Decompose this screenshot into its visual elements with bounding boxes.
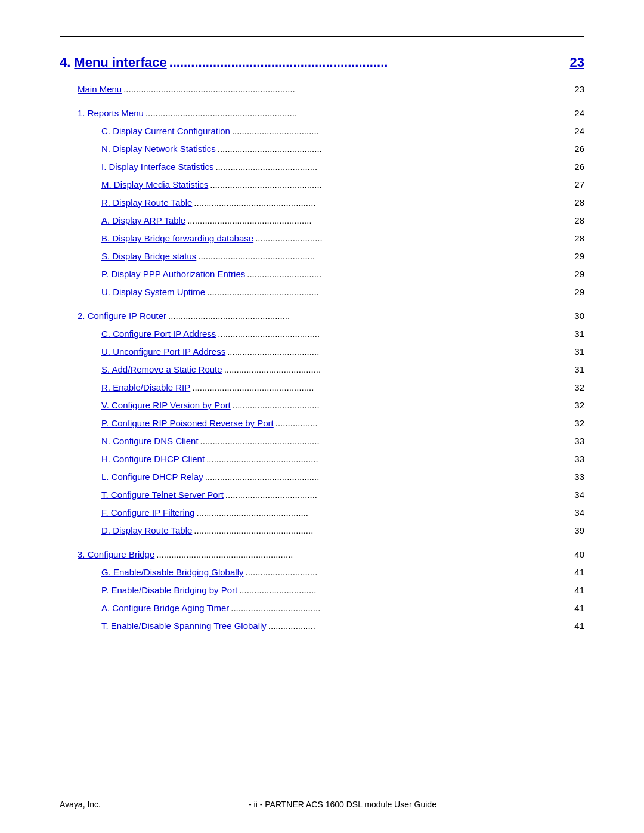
toc-entry: L. Configure DHCP Relay.................… (101, 470, 584, 484)
toc-dots: ........................................… (196, 506, 572, 520)
toc-link-18[interactable]: P. Configure RIP Poisoned Reverse by Por… (101, 416, 274, 431)
toc-page: 28 (574, 213, 584, 228)
toc-link-11[interactable]: U. Display System Uptime (101, 285, 205, 299)
toc-link-25[interactable]: 3. Configure Bridge (78, 547, 154, 562)
chapter-heading: 4. Menu interface ......................… (60, 55, 584, 70)
toc-link-2[interactable]: C. Display Current Configuration (101, 124, 230, 138)
toc-page: 40 (574, 547, 584, 562)
toc-link-12[interactable]: 2. Configure IP Router (78, 309, 166, 323)
toc-dots: ........................................… (200, 434, 573, 448)
toc-page: 41 (574, 565, 584, 580)
toc-link-8[interactable]: B. Display Bridge forwarding database (101, 231, 253, 246)
toc-page: 26 (574, 142, 584, 156)
toc-entry: T. Enable/Disable Spanning Tree Globally… (101, 619, 584, 633)
toc-dots: ........................................… (218, 142, 573, 156)
toc-link-3[interactable]: N. Display Network Statistics (101, 142, 216, 156)
toc-link-27[interactable]: P. Enable/Disable Bridging by Port (101, 583, 237, 597)
toc-entry: A. Configure Bridge Aging Timer.........… (101, 601, 584, 615)
toc-page: 28 (574, 231, 584, 246)
toc-dots: .............................. (247, 267, 572, 281)
toc-link-4[interactable]: I. Display Interface Statistics (101, 160, 213, 174)
toc-link-17[interactable]: V. Configure RIP Version by Port (101, 398, 231, 413)
toc-page: 29 (574, 267, 584, 281)
toc-dots: ................... (268, 619, 572, 633)
toc-entry: N. Display Network Statistics...........… (101, 142, 584, 156)
toc-container: Main Menu...............................… (78, 82, 584, 633)
toc-link-9[interactable]: S. Display Bridge status (101, 249, 196, 264)
toc-dots: ................................... (232, 124, 572, 138)
toc-entry: H. Configure DHCP Client................… (101, 452, 584, 466)
toc-page: 29 (574, 249, 584, 264)
toc-entry: S. Display Bridge status................… (101, 249, 584, 264)
toc-page: 31 (574, 363, 584, 377)
toc-page: 26 (574, 160, 584, 174)
toc-entry: R. Display Route Table..................… (101, 196, 584, 210)
toc-dots: ....................................... (224, 363, 573, 377)
toc-link-15[interactable]: S. Add/Remove a Static Route (101, 363, 222, 377)
toc-page: 24 (574, 106, 584, 120)
toc-dots: ........................................… (207, 285, 572, 299)
toc-link-7[interactable]: A. Display ARP Table (101, 213, 185, 228)
toc-dots: ........................................… (215, 160, 572, 174)
toc-dots: ..................................... (225, 488, 572, 502)
toc-link-21[interactable]: L. Configure DHCP Relay (101, 470, 203, 484)
toc-dots: .................................... (231, 601, 572, 615)
toc-entry: P. Display PPP Authorization Entries....… (101, 267, 584, 281)
toc-entry: 2. Configure IP Router..................… (78, 309, 584, 323)
toc-link-22[interactable]: T. Configure Telnet Server Port (101, 488, 224, 502)
toc-entry: D. Display Route Table..................… (101, 524, 584, 538)
toc-link-0[interactable]: Main Menu (78, 82, 122, 97)
toc-link-10[interactable]: P. Display PPP Authorization Entries (101, 267, 245, 281)
toc-entry: U. Display System Uptime................… (101, 285, 584, 299)
toc-link-14[interactable]: U. Unconfigure Port IP Address (101, 345, 225, 359)
toc-page: 33 (574, 452, 584, 466)
toc-page: 34 (574, 488, 584, 502)
toc-link-5[interactable]: M. Display Media Statistics (101, 178, 208, 192)
toc-dots: ................................... (233, 398, 573, 413)
toc-entry: P. Configure RIP Poisoned Reverse by Por… (101, 416, 584, 431)
toc-dots: ........................................… (210, 178, 572, 192)
toc-page: 33 (574, 434, 584, 448)
toc-link-13[interactable]: C. Configure Port IP Address (101, 327, 216, 341)
toc-entry: R. Enable/Disable RIP...................… (101, 380, 584, 395)
toc-entry: I. Display Interface Statistics.........… (101, 160, 584, 174)
toc-link-1[interactable]: 1. Reports Menu (78, 106, 144, 120)
toc-page: 23 (574, 82, 584, 97)
toc-dots: ........................................… (194, 524, 572, 538)
toc-link-20[interactable]: H. Configure DHCP Client (101, 452, 205, 466)
toc-page: 41 (574, 583, 584, 597)
toc-dots: ........................................… (194, 196, 572, 210)
page: 4. Menu interface ......................… (0, 0, 644, 833)
toc-page: 33 (574, 470, 584, 484)
toc-entry: B. Display Bridge forwarding database...… (101, 231, 584, 246)
toc-dots: ............................. (245, 565, 572, 580)
toc-link-26[interactable]: G. Enable/Disable Bridging Globally (101, 565, 243, 580)
toc-entry: P. Enable/Disable Bridging by Port......… (101, 583, 584, 597)
footer: Avaya, Inc. - ii - PARTNER ACS 1600 DSL … (0, 800, 644, 809)
toc-link-19[interactable]: N. Configure DNS Client (101, 434, 199, 448)
toc-page: 28 (574, 196, 584, 210)
toc-entry: T. Configure Telnet Server Port.........… (101, 488, 584, 502)
toc-page: 32 (574, 416, 584, 431)
toc-dots: ........................................… (187, 213, 572, 228)
toc-entry: S. Add/Remove a Static Route............… (101, 363, 584, 377)
toc-link-16[interactable]: R. Enable/Disable RIP (101, 380, 190, 395)
toc-link-24[interactable]: D. Display Route Table (101, 524, 192, 538)
toc-entry: 3. Configure Bridge.....................… (78, 547, 584, 562)
toc-link-23[interactable]: F. Configure IP Filtering (101, 506, 194, 520)
chapter-title[interactable]: Menu interface (74, 55, 166, 70)
toc-dots: ........................................… (145, 106, 572, 120)
toc-link-28[interactable]: A. Configure Bridge Aging Timer (101, 601, 229, 615)
toc-dots: ................. (275, 416, 573, 431)
toc-spacer (78, 303, 584, 309)
toc-dots: ........................................… (123, 82, 572, 97)
chapter-number[interactable]: 4. (60, 55, 70, 70)
toc-link-6[interactable]: R. Display Route Table (101, 196, 192, 210)
toc-dots: ........................................… (192, 380, 572, 395)
toc-spacer (78, 541, 584, 547)
toc-page: 31 (574, 345, 584, 359)
toc-link-29[interactable]: T. Enable/Disable Spanning Tree Globally (101, 619, 267, 633)
toc-page: 39 (574, 524, 584, 538)
toc-page: 27 (574, 178, 584, 192)
toc-entry: G. Enable/Disable Bridging Globally.....… (101, 565, 584, 580)
